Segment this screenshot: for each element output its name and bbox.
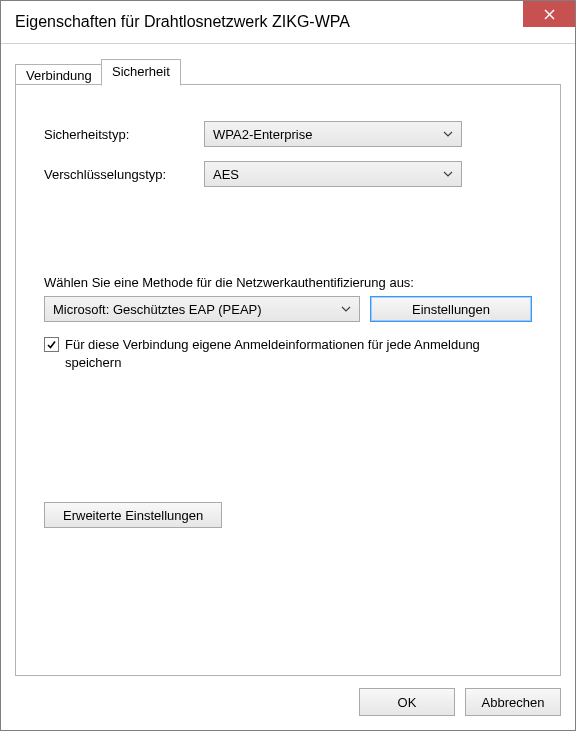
window-title: Eigenschaften für Drahtlosnetzwerk ZIKG-… xyxy=(1,13,350,31)
select-security-type[interactable]: WPA2-Enterprise xyxy=(204,121,462,147)
label-security-type: Sicherheitstyp: xyxy=(44,127,204,142)
row-security-type: Sicherheitstyp: WPA2-Enterprise xyxy=(44,121,532,147)
row-remember-credentials: Für diese Verbindung eigene Anmeldeinfor… xyxy=(44,336,484,372)
ok-button-label: OK xyxy=(398,695,417,710)
checkbox-remember-credentials[interactable] xyxy=(44,337,59,352)
cancel-button-label: Abbrechen xyxy=(482,695,545,710)
ok-button[interactable]: OK xyxy=(359,688,455,716)
advanced-settings-button[interactable]: Erweiterte Einstellungen xyxy=(44,502,222,528)
close-icon xyxy=(544,9,555,20)
title-bar: Eigenschaften für Drahtlosnetzwerk ZIKG-… xyxy=(1,1,575,44)
row-encryption-type: Verschlüsselungstyp: AES xyxy=(44,161,532,187)
advanced-settings-button-label: Erweiterte Einstellungen xyxy=(63,508,203,523)
settings-button[interactable]: Einstellungen xyxy=(370,296,532,322)
chevron-down-icon xyxy=(443,131,453,137)
select-auth-method-value: Microsoft: Geschütztes EAP (PEAP) xyxy=(53,302,262,317)
auth-method-row: Microsoft: Geschütztes EAP (PEAP) Einste… xyxy=(44,296,532,322)
settings-button-label: Einstellungen xyxy=(412,302,490,317)
select-encryption-type-value: AES xyxy=(213,167,239,182)
cancel-button[interactable]: Abbrechen xyxy=(465,688,561,716)
select-auth-method[interactable]: Microsoft: Geschütztes EAP (PEAP) xyxy=(44,296,360,322)
label-encryption-type: Verschlüsselungstyp: xyxy=(44,167,204,182)
select-security-type-value: WPA2-Enterprise xyxy=(213,127,312,142)
checkmark-icon xyxy=(46,339,57,350)
tab-security[interactable]: Sicherheit xyxy=(101,59,181,86)
dialog-buttons: OK Abbrechen xyxy=(359,688,561,716)
chevron-down-icon xyxy=(341,306,351,312)
tab-panel-security: Sicherheitstyp: WPA2-Enterprise Verschlü… xyxy=(15,84,561,676)
row-advanced-settings: Erweiterte Einstellungen xyxy=(44,502,532,528)
tab-strip: Verbindung Sicherheit xyxy=(15,59,561,85)
chevron-down-icon xyxy=(443,171,453,177)
label-remember-credentials: Für diese Verbindung eigene Anmeldeinfor… xyxy=(65,336,484,372)
tab-connection[interactable]: Verbindung xyxy=(15,64,103,85)
client-area: Verbindung Sicherheit Sicherheitstyp: WP… xyxy=(1,43,575,730)
label-auth-method: Wählen Sie eine Methode für die Netzwerk… xyxy=(44,275,532,290)
select-encryption-type[interactable]: AES xyxy=(204,161,462,187)
close-button[interactable] xyxy=(523,1,575,27)
auth-method-section: Wählen Sie eine Methode für die Netzwerk… xyxy=(44,275,532,372)
